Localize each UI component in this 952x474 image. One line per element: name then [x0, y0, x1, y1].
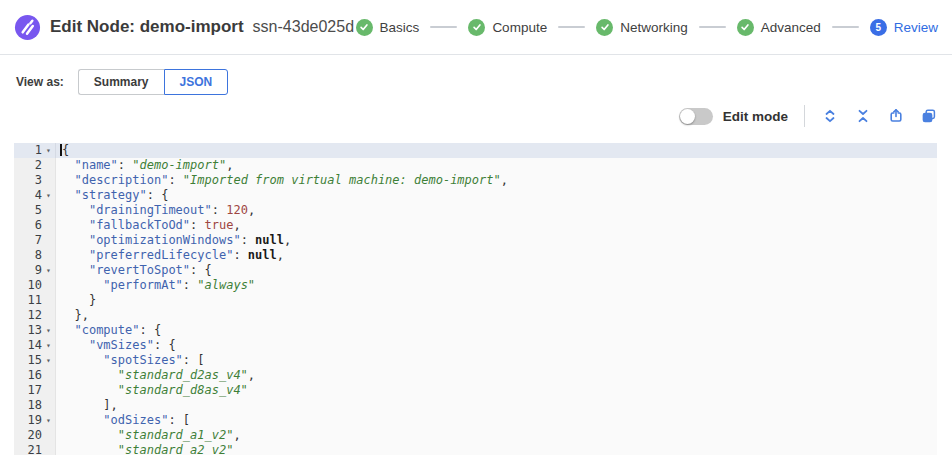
gutter-line-number: 15▾	[14, 353, 56, 368]
code-line-text: },	[56, 308, 937, 323]
gutter-line-number: 11	[14, 293, 56, 308]
gutter-line-number: 3	[14, 173, 56, 188]
code-line-text: "name": "demo-import",	[56, 158, 937, 173]
code-line-text: "compute": {	[56, 323, 937, 338]
code-line-text: "revertToSpot": {	[56, 263, 937, 278]
json-code-editor[interactable]: 1▾{2 "name": "demo-import",3 "descriptio…	[14, 143, 937, 455]
code-line-text: "optimizationWindows": null,	[56, 233, 937, 248]
code-line-text: "fallbackToOd": true,	[56, 218, 937, 233]
code-line[interactable]: 12 },	[14, 308, 937, 323]
gutter-line-number: 19▾	[14, 413, 56, 428]
view-json-button[interactable]: JSON	[164, 69, 229, 95]
code-line[interactable]: 18 ],	[14, 398, 937, 413]
code-line[interactable]: 16 "standard_d2as_v4",	[14, 368, 937, 383]
gutter-line-number: 16	[14, 368, 56, 383]
gutter-line-number: 4▾	[14, 188, 56, 203]
code-line[interactable]: 13▾ "compute": {	[14, 323, 937, 338]
code-line[interactable]: 17 "standard_d8as_v4"	[14, 383, 937, 398]
gutter-line-number: 14▾	[14, 338, 56, 353]
fold-caret-icon[interactable]: ▾	[42, 338, 55, 353]
step-networking[interactable]: Networking	[596, 19, 688, 36]
fold-caret-icon[interactable]: ▾	[42, 353, 55, 368]
code-line[interactable]: 20 "standard_a1_v2",	[14, 428, 937, 443]
code-line-text: "drainingTimeout": 120,	[56, 203, 937, 218]
code-line[interactable]: 3 "description": "Imported from virtual …	[14, 173, 937, 188]
code-line-text: "performAt": "always"	[56, 278, 937, 293]
fold-caret-icon[interactable]: ▾	[42, 263, 55, 278]
gutter-line-number: 8	[14, 248, 56, 263]
step-done-check-icon	[356, 19, 373, 36]
gutter-line-number: 2	[14, 158, 56, 173]
step-connector	[430, 26, 457, 28]
fold-caret-icon[interactable]: ▾	[42, 188, 55, 203]
view-summary-button[interactable]: Summary	[78, 69, 164, 95]
node-id: ssn-43de025d	[253, 18, 354, 36]
code-line[interactable]: 14▾ "vmSizes": {	[14, 338, 937, 353]
gutter-line-number: 1▾	[14, 143, 56, 158]
code-line-text: "description": "Imported from virtual ma…	[56, 173, 937, 188]
expand-all-icon	[822, 108, 838, 124]
code-line-text: "standard_d8as_v4"	[56, 383, 937, 398]
wizard-header: Edit Node: demo-import ssn-43de025d Basi…	[0, 0, 952, 55]
fold-caret-icon[interactable]: ▾	[42, 143, 55, 158]
editor-toolbar: Edit mode	[0, 103, 938, 129]
step-done-check-icon	[737, 19, 754, 36]
collapse-all-button[interactable]	[854, 107, 872, 125]
wizard-stepper: Basics Compute Networking Advanced 5 Rev…	[356, 19, 938, 36]
page-title: Edit Node: demo-import	[50, 17, 244, 37]
step-advanced[interactable]: Advanced	[737, 19, 821, 36]
gutter-line-number: 20	[14, 428, 56, 443]
gutter-line-number: 9▾	[14, 263, 56, 278]
code-line[interactable]: 5 "drainingTimeout": 120,	[14, 203, 937, 218]
code-line[interactable]: 15▾ "spotSizes": [	[14, 353, 937, 368]
code-line[interactable]: 10 "performAt": "always"	[14, 278, 937, 293]
gutter-line-number: 7	[14, 233, 56, 248]
step-label: Basics	[380, 20, 420, 35]
step-done-check-icon	[596, 19, 613, 36]
code-line-text: "standard_d2as_v4",	[56, 368, 937, 383]
step-label: Review	[894, 20, 938, 35]
step-connector	[832, 26, 859, 28]
code-line[interactable]: 9▾ "revertToSpot": {	[14, 263, 937, 278]
code-line[interactable]: 7 "optimizationWindows": null,	[14, 233, 937, 248]
step-review[interactable]: 5 Review	[870, 19, 938, 36]
code-line[interactable]: 2 "name": "demo-import",	[14, 158, 937, 173]
step-connector	[699, 26, 726, 28]
code-line[interactable]: 21 "standard_a2_v2"	[14, 443, 937, 455]
code-line[interactable]: 19▾ "odSizes": [	[14, 413, 937, 428]
step-label: Compute	[492, 20, 547, 35]
code-line[interactable]: 8 "preferredLifecycle": null,	[14, 248, 937, 263]
view-as-label: View as:	[16, 75, 64, 89]
expand-all-button[interactable]	[821, 107, 839, 125]
code-line-text: "strategy": {	[56, 188, 937, 203]
code-line-text: "vmSizes": {	[56, 338, 937, 353]
step-connector	[558, 26, 585, 28]
code-line-text: "standard_a2_v2"	[56, 443, 937, 455]
fold-caret-icon[interactable]: ▾	[42, 323, 55, 338]
edit-mode-toggle[interactable]	[679, 108, 713, 125]
gutter-line-number: 5	[14, 203, 56, 218]
step-compute[interactable]: Compute	[468, 19, 547, 36]
step-basics[interactable]: Basics	[356, 19, 420, 36]
code-line[interactable]: 4▾ "strategy": {	[14, 188, 937, 203]
step-label: Networking	[620, 20, 688, 35]
edit-mode-label: Edit mode	[723, 109, 788, 124]
collapse-all-icon	[855, 108, 871, 124]
fold-caret-icon[interactable]: ▾	[42, 413, 55, 428]
export-button[interactable]	[887, 107, 905, 125]
spot-logo-icon	[14, 14, 41, 41]
export-icon	[888, 108, 904, 124]
gutter-line-number: 10	[14, 278, 56, 293]
code-line-text: }	[56, 293, 937, 308]
code-line-text: "preferredLifecycle": null,	[56, 248, 937, 263]
code-line[interactable]: 11 }	[14, 293, 937, 308]
code-line-text: "odSizes": [	[56, 413, 937, 428]
copy-button[interactable]	[920, 107, 938, 125]
gutter-line-number: 18	[14, 398, 56, 413]
code-line[interactable]: 1▾{	[14, 143, 937, 158]
gutter-line-number: 21	[14, 443, 56, 455]
code-line[interactable]: 6 "fallbackToOd": true,	[14, 218, 937, 233]
view-as-row: View as: Summary JSON	[16, 69, 952, 95]
code-line-text: "standard_a1_v2",	[56, 428, 937, 443]
step-done-check-icon	[468, 19, 485, 36]
